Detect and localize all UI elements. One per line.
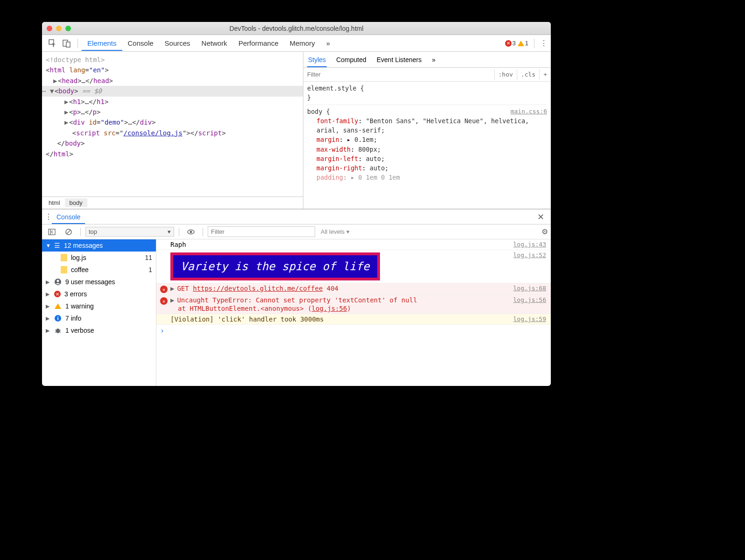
source-link[interactable]: log.js:59: [513, 315, 546, 322]
sidebar-warnings[interactable]: ▶ 1 warning: [42, 300, 156, 312]
stab-computed[interactable]: Computed: [335, 52, 367, 67]
error-icon: ✕: [160, 286, 168, 293]
tab-network[interactable]: Network: [196, 35, 233, 51]
styles-panel: Styles Computed Event Listeners » :hov .…: [303, 52, 551, 209]
doctype-node: <!doctype html>: [46, 56, 105, 63]
title-bar: DevTools - devtools.glitch.me/console/lo…: [42, 22, 551, 35]
main-toolbar: Elements Console Sources Network Perform…: [42, 35, 551, 52]
sidebar-file-logjs[interactable]: log.js 11: [42, 252, 156, 264]
svg-text:i: i: [57, 315, 58, 321]
script-node[interactable]: <script src="/console/log.js"></script>: [42, 128, 303, 138]
styled-log-text: Variety is the spice of life: [170, 252, 380, 280]
console-messages: Raph log.js:43 log.js:52 Variety is the …: [156, 239, 551, 386]
console-toolbar: top▾ All levels ▾ ⚙: [42, 224, 551, 239]
styles-filter-row: :hov .cls +: [303, 68, 551, 82]
typeerror-message[interactable]: log.js:56 ✕ ▶ Uncaught TypeError: Cannot…: [156, 295, 551, 314]
error-icon: ✕: [54, 291, 61, 297]
svg-line-15: [59, 330, 61, 330]
main-panel: <!doctype html> <html lang="en"> ▶<head>…: [42, 52, 551, 209]
hov-button[interactable]: :hov: [494, 69, 517, 80]
h1-node[interactable]: ▶<h1>…</h1>: [42, 97, 303, 107]
sidebar-user-messages[interactable]: ▶ 9 user messages: [42, 276, 156, 288]
log-levels-select[interactable]: All levels ▾: [318, 227, 352, 236]
inspect-icon[interactable]: [48, 38, 58, 49]
gear-icon[interactable]: ⚙: [541, 227, 548, 236]
svg-line-17: [59, 332, 61, 332]
file-icon: [61, 254, 67, 261]
svg-point-10: [57, 280, 59, 282]
tab-performance[interactable]: Performance: [233, 35, 284, 51]
tabs-more[interactable]: »: [321, 35, 336, 51]
menu-icon[interactable]: ⋮: [540, 39, 547, 48]
cls-button[interactable]: .cls: [517, 69, 539, 80]
zoom-icon[interactable]: [65, 26, 71, 31]
minimize-icon[interactable]: [56, 26, 62, 31]
crumb-body[interactable]: body: [65, 198, 87, 207]
stab-listeners[interactable]: Event Listeners: [376, 52, 423, 67]
stab-styles[interactable]: Styles: [307, 52, 327, 67]
svg-point-8: [190, 231, 192, 233]
element-style-rule[interactable]: element.style { }: [307, 84, 547, 103]
body-rule[interactable]: main.css:6 body { font-family: "Benton S…: [307, 105, 547, 182]
sidebar-errors[interactable]: ▶ ✕ 3 errors: [42, 288, 156, 300]
warning-count[interactable]: 1: [518, 40, 528, 47]
tab-elements[interactable]: Elements: [82, 35, 122, 51]
crumb-html[interactable]: html: [44, 198, 65, 207]
svg-line-14: [55, 330, 56, 330]
traffic-lights: [47, 26, 71, 31]
source-link[interactable]: log.js:52: [513, 252, 546, 259]
source-link[interactable]: log.js:68: [513, 285, 546, 292]
stab-more[interactable]: »: [431, 52, 436, 67]
warning-icon: [54, 302, 62, 310]
bug-icon: [54, 327, 62, 334]
device-icon[interactable]: [62, 38, 72, 49]
console-filter-input[interactable]: [208, 226, 315, 237]
tab-sources[interactable]: Sources: [159, 35, 196, 51]
drawer-tabs: ⋮ Console ✕: [42, 210, 551, 224]
source-link[interactable]: log.js:43: [513, 241, 546, 248]
clear-console-icon[interactable]: [63, 227, 74, 237]
styles-tabs: Styles Computed Event Listeners »: [303, 52, 551, 68]
log-message[interactable]: Raph log.js:43: [156, 239, 551, 250]
devtools-window: DevTools - devtools.glitch.me/console/lo…: [42, 22, 551, 386]
drawer-menu-icon[interactable]: ⋮: [45, 212, 52, 221]
console-prompt[interactable]: ›: [156, 325, 551, 337]
drawer-tab-console[interactable]: Console: [52, 210, 85, 224]
console-body: ▼ ☰ 12 messages log.js 11 coffee 1 ▶: [42, 239, 551, 386]
sidebar-info[interactable]: ▶ i 7 info: [42, 312, 156, 324]
svg-line-6: [67, 230, 70, 234]
dom-tree[interactable]: <!doctype html> <html lang="en"> ▶<head>…: [42, 52, 303, 196]
svg-rect-2: [66, 42, 70, 47]
tab-memory[interactable]: Memory: [284, 35, 321, 51]
info-icon: i: [54, 315, 62, 322]
html-close[interactable]: </html>: [42, 149, 303, 159]
rule-source-link[interactable]: main.css:6: [511, 107, 547, 116]
source-link[interactable]: log.js:56: [513, 296, 546, 303]
body-node[interactable]: ⋯ ▼<body> == $0: [42, 86, 303, 96]
violation-message[interactable]: [Violation] 'click' handler took 3000ms …: [156, 314, 551, 325]
drawer-close-icon[interactable]: ✕: [534, 210, 548, 224]
eye-icon[interactable]: [186, 227, 196, 237]
add-rule-button[interactable]: +: [539, 69, 551, 80]
sidebar-messages[interactable]: ▼ ☰ 12 messages: [42, 239, 156, 252]
p-node[interactable]: ▶<p>…</p>: [42, 107, 303, 117]
head-node[interactable]: ▶<head>…</head>: [42, 76, 303, 86]
styles-body[interactable]: element.style { } main.css:6 body { font…: [303, 82, 551, 209]
styles-filter-input[interactable]: [303, 69, 494, 80]
elements-panel: <!doctype html> <html lang="en"> ▶<head>…: [42, 52, 303, 209]
network-error-message[interactable]: ✕ ▶ GET https://devtools.glitch.me/coffe…: [156, 283, 551, 295]
sidebar-toggle-icon[interactable]: [47, 227, 57, 237]
html-open[interactable]: <html lang="en">: [42, 65, 303, 75]
user-icon: [54, 278, 62, 286]
window-title: DevTools - devtools.glitch.me/console/lo…: [42, 25, 551, 32]
body-close[interactable]: </body>: [42, 138, 303, 148]
context-select[interactable]: top▾: [85, 227, 174, 237]
svg-rect-3: [49, 229, 55, 235]
styled-log-message[interactable]: log.js:52 Variety is the spice of life: [156, 250, 551, 283]
sidebar-verbose[interactable]: ▶ 1 verbose: [42, 324, 156, 336]
error-count[interactable]: ✕3: [505, 40, 516, 47]
div-demo-node[interactable]: ▶<div id="demo">…</div>: [42, 117, 303, 127]
sidebar-file-coffee[interactable]: coffee 1: [42, 264, 156, 276]
close-icon[interactable]: [47, 26, 52, 31]
tab-console[interactable]: Console: [122, 35, 159, 51]
